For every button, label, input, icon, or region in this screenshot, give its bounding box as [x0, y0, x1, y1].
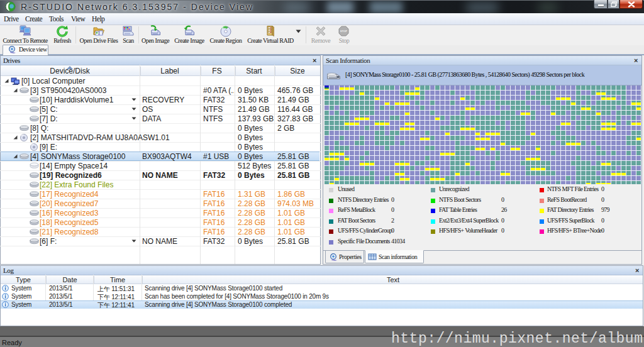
- svg-text:STOP: STOP: [340, 30, 348, 33]
